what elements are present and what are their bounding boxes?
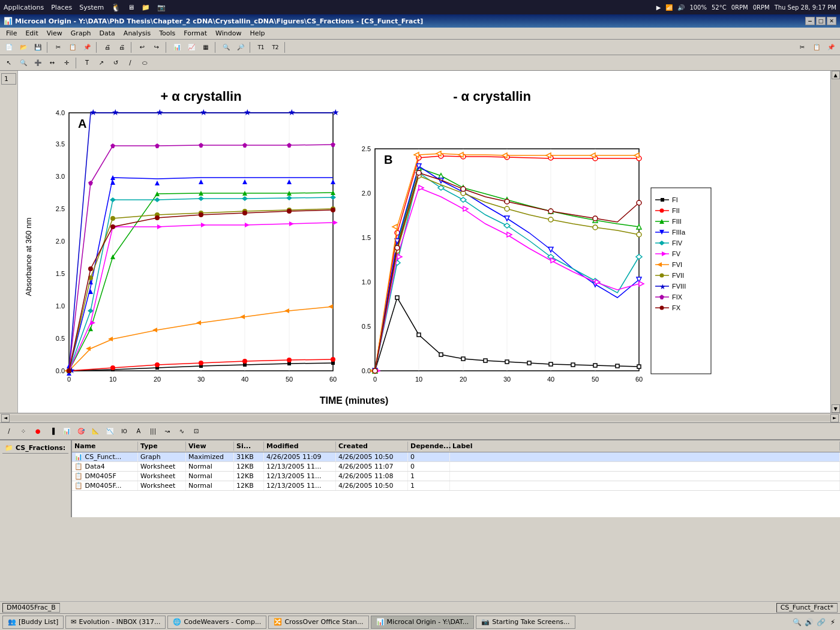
svg-point-111 (331, 208, 335, 212)
menu-help[interactable]: Help (246, 29, 268, 38)
taskbar-crossover[interactable]: 🔀 CrossOver Office Stan... (268, 616, 368, 629)
cut-tool-r[interactable]: ✂ (796, 41, 809, 53)
close-button[interactable]: ✕ (827, 17, 836, 25)
bt-line-tool[interactable]: 📉 (103, 425, 116, 437)
bt-wave-tool[interactable]: ∿ (175, 425, 188, 437)
places-menu[interactable]: Places (51, 4, 72, 11)
pm-row-0[interactable]: 📊 CS_Funct... Graph Maximized 31KB 4/26/… (72, 452, 840, 462)
scale-tool[interactable]: ↔ (46, 57, 59, 69)
scrollbar-bottom[interactable]: ◄ ► (0, 413, 840, 422)
save-tool[interactable]: 💾 (31, 41, 44, 53)
matrix-tool[interactable]: ▦ (199, 41, 212, 53)
graph-tool[interactable]: 📈 (185, 41, 198, 53)
arrow-tool[interactable]: ↗ (95, 57, 108, 69)
taskbar-search-icon[interactable]: 🔍 (792, 617, 802, 627)
bt-area-tool[interactable]: 📐 (89, 425, 102, 437)
line-tool[interactable]: / (124, 57, 137, 69)
copy-tool[interactable]: 📋 (66, 41, 79, 53)
applications-menu[interactable]: Applications (4, 4, 44, 11)
taskbar-microcal[interactable]: 📊 Microcal Origin - Y:\DAT... (371, 616, 475, 629)
text-tool[interactable]: T (80, 57, 94, 69)
bt-dots-tool[interactable]: ⁘ (17, 425, 30, 437)
pm-row-3[interactable]: 📋 DM0405F... Worksheet Normal 12KB 12/13… (72, 481, 840, 491)
t1-tool[interactable]: T1 (254, 41, 268, 53)
svg-point-206 (395, 245, 400, 250)
menu-edit[interactable]: Edit (22, 29, 41, 38)
pm-cell-3-depends: 1 (408, 481, 450, 490)
menu-window[interactable]: Window (212, 29, 245, 38)
taskbar-take-screens[interactable]: 📷 Starting Take Screens... (476, 616, 575, 629)
move-tool[interactable]: ✛ (60, 57, 73, 69)
taskbar-power-icon[interactable]: ⚡ (828, 617, 838, 627)
t2-tool[interactable]: T2 (269, 41, 282, 53)
menu-data[interactable]: Data (96, 29, 119, 38)
menu-analysis[interactable]: Analysis (120, 29, 154, 38)
scroll-left-button[interactable]: ◄ (1, 414, 10, 422)
svg-rect-136 (484, 359, 487, 362)
scrollbar-right[interactable]: ▲ ▼ (830, 71, 840, 413)
pm-row-1[interactable]: 📋 Data4 Worksheet Normal 12KB 12/13/2005… (72, 462, 840, 472)
zoom-out-tool[interactable]: ➕ (31, 57, 44, 69)
scroll-right-button[interactable]: ► (830, 414, 839, 422)
taskbar-evolution[interactable]: ✉ Evolution - INBOX (317... (65, 616, 166, 629)
paste-tool[interactable]: 📌 (80, 41, 94, 53)
pm-cell-3-view: Normal (186, 481, 234, 490)
scroll-up-button[interactable]: ▲ (832, 71, 840, 79)
system-menu[interactable]: System (79, 4, 104, 11)
buddy-list-icon: 👥 (8, 618, 16, 626)
menu-tools[interactable]: Tools (155, 29, 179, 38)
svg-rect-137 (505, 360, 509, 364)
svg-text:0.0: 0.0 (56, 367, 65, 374)
taskbar-network-icon[interactable]: 🔗 (816, 617, 826, 627)
print2-tool[interactable]: 🖨 (115, 41, 128, 53)
menu-graph[interactable]: Graph (67, 29, 95, 38)
minimize-button[interactable]: − (805, 17, 815, 25)
copy-tool-r[interactable]: 📋 (810, 41, 823, 53)
zoom-tool[interactable]: 🔍 (220, 41, 233, 53)
bt-pie-tool[interactable]: 🎯 (74, 425, 88, 437)
redo-tool[interactable]: ↪ (150, 41, 163, 53)
svg-text:10: 10 (415, 376, 422, 383)
bt-bar2-tool[interactable]: ||| (146, 425, 160, 437)
menu-view[interactable]: View (43, 29, 66, 38)
curve-tool[interactable]: ↺ (109, 57, 122, 69)
svg-text:FX: FX (672, 304, 681, 311)
scroll-down-button[interactable]: ▼ (832, 404, 840, 413)
zoom-in-tool[interactable]: 🔍 (17, 57, 30, 69)
volume-icon: 🔊 (677, 4, 685, 11)
scroll-track[interactable] (832, 79, 840, 404)
zoom2-tool[interactable]: 🔎 (234, 41, 247, 53)
page-tab[interactable]: 1 (1, 73, 16, 85)
undo-tool[interactable]: ↩ (136, 41, 149, 53)
pm-row-2[interactable]: 📋 DM0405F Worksheet Normal 12KB 12/13/20… (72, 472, 840, 481)
ellipse-tool[interactable]: ⬭ (138, 57, 151, 69)
system-logo: 🐧 (111, 3, 121, 12)
menu-file[interactable]: File (2, 29, 20, 38)
bt-chart-tool[interactable]: 📊 (60, 425, 73, 437)
print-tool[interactable]: 🖨 (101, 41, 114, 53)
maximize-button[interactable]: □ (816, 17, 826, 25)
bt-curve2-tool[interactable]: ↝ (161, 425, 174, 437)
svg-rect-140 (571, 363, 575, 367)
pm-col-label: Label (450, 442, 840, 451)
bt-text2-tool[interactable]: A (132, 425, 145, 437)
select-tool[interactable]: ↖ (2, 57, 16, 69)
cut-tool[interactable]: ✂ (52, 41, 65, 53)
taskbar-codeweavers[interactable]: 🌐 CodeWeavers - Comp... (167, 616, 266, 629)
menu-format[interactable]: Format (180, 29, 211, 38)
open-tool[interactable]: 📂 (17, 41, 30, 53)
taskbar-buddy-list[interactable]: 👥 [Buddy List] (2, 616, 64, 629)
bt-last-tool[interactable]: ⊡ (190, 425, 203, 437)
worksheet-tool[interactable]: 📊 (170, 41, 184, 53)
h-scroll-track[interactable] (10, 415, 830, 421)
bt-red-tool[interactable]: ● (31, 425, 44, 437)
bt-io-tool[interactable]: IO (118, 425, 131, 437)
sep-8 (76, 58, 78, 68)
bt-bar-tool[interactable]: ▐ (46, 425, 59, 437)
paste-tool-r[interactable]: 📌 (824, 41, 838, 53)
taskbar-speaker-icon[interactable]: 🔊 (804, 617, 814, 627)
bt-arrow-tool[interactable]: / (2, 425, 16, 437)
new-tool[interactable]: 📄 (2, 41, 16, 53)
network-icon: 📶 (665, 4, 673, 11)
menu-bar: File Edit View Graph Data Analysis Tools… (0, 28, 840, 40)
